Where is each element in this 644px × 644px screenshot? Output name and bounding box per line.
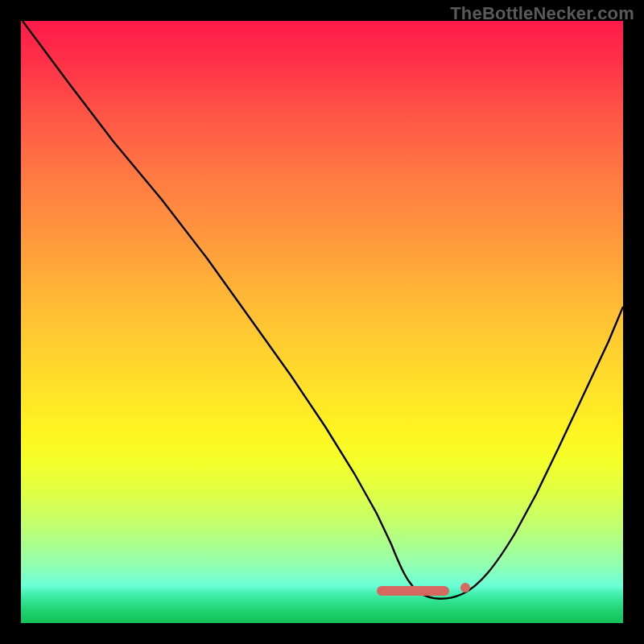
optimal-gradient-band <box>21 586 623 623</box>
watermark-text: TheBottleNecker.com <box>450 3 634 24</box>
plot-area <box>21 21 623 623</box>
severity-gradient <box>21 21 623 586</box>
bottleneck-chart: TheBottleNecker.com <box>0 0 644 644</box>
optimal-point-marker <box>460 583 470 592</box>
optimal-range-marker <box>377 586 449 596</box>
